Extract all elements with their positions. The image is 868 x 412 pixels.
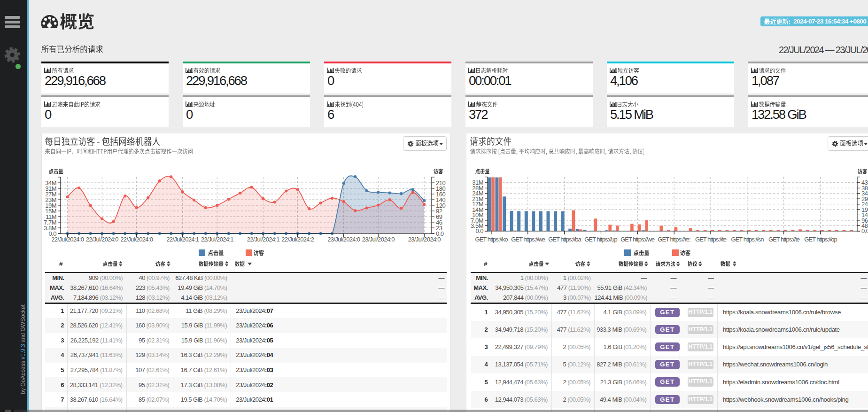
svg-text:GET https://re:: GET https://re: — [658, 236, 690, 243]
svg-text:22/Jul/2024:2: 22/Jul/2024:2 — [281, 236, 314, 243]
svg-text:210: 210 — [436, 179, 445, 187]
svg-text:GET https://we: GET https://we — [620, 236, 655, 243]
svg-text:GET https://we: GET https://we — [511, 236, 545, 243]
svg-text:GET https://ko: GET https://ko — [475, 236, 508, 243]
svg-text:GET https://te: GET https://te — [695, 236, 727, 243]
svg-text:23/Jul/2024:0: 23/Jul/2024:0 — [408, 236, 441, 243]
svg-text:22/Jul/2024:1: 22/Jul/2024:1 — [247, 236, 279, 243]
svg-text:23/Jul/2024:0: 23/Jul/2024:0 — [327, 236, 360, 243]
svg-text:GET https://sn: GET https://sn — [731, 236, 764, 243]
svg-text:22/Jul/2024:1: 22/Jul/2024:1 — [201, 236, 233, 243]
svg-text:430: 430 — [861, 179, 868, 186]
svg-text:GET https://up: GET https://up — [584, 236, 617, 243]
svg-text:GET https://op: GET https://op — [804, 236, 837, 243]
svg-text:31M: 31M — [472, 179, 483, 186]
svg-text:22/Jul/2024:0: 22/Jul/2024:0 — [86, 236, 118, 243]
svg-text:GET https://te: GET https://te — [768, 236, 800, 243]
svg-text:GET https://ba: GET https://ba — [548, 236, 581, 243]
svg-text:22/Jul/2024:1: 22/Jul/2024:1 — [166, 236, 199, 243]
svg-text:22/Jul/2024:0: 22/Jul/2024:0 — [120, 236, 153, 243]
svg-text:34M: 34M — [45, 179, 56, 187]
svg-text:22/Jul/2024:0: 22/Jul/2024:0 — [51, 236, 84, 243]
svg-text:23/Jul/2024:0: 23/Jul/2024:0 — [362, 236, 395, 243]
